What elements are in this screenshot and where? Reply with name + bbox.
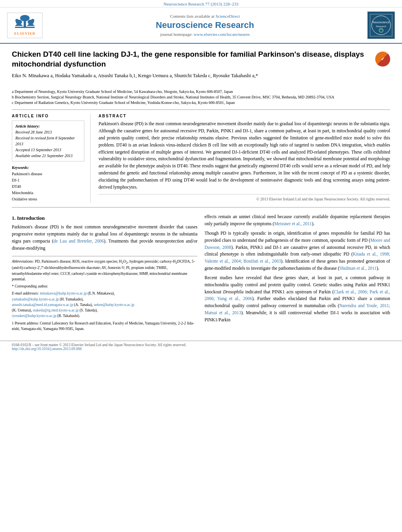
received-date: Received 28 June 2013 [15, 129, 81, 135]
page-wrapper: Neuroscience Research 77 (2013) 228–233 … [0, 0, 402, 532]
svg-point-6 [31, 19, 34, 22]
copyright-line: © 2013 Elsevier Ireland Ltd and the Japa… [99, 194, 390, 201]
right-para2: Though PD is typically sporadic in origi… [205, 230, 390, 272]
article-title-text: Chicken DT40 cell line lacking DJ-1, the… [12, 50, 369, 81]
keyword-2: DJ-1 [12, 177, 84, 184]
right-col: effects remain an unmet clinical need be… [205, 213, 390, 332]
issn-text: 0168-0102/$ – see front matter © 2013 El… [12, 343, 390, 347]
cite-narendra[interactable]: Narendra and Youle, 2011; Matsui et al.,… [205, 303, 390, 315]
abstract-col: ABSTRACT Parkinson's disease (PD) is the… [99, 114, 390, 202]
keyword-1: Parkinson's disease [12, 171, 84, 177]
journal-homepage: journal homepage: www.elsevier.com/locat… [47, 32, 363, 37]
right-para3: Recent studies have revealed that these … [205, 274, 390, 324]
available-date: Available online 21 September 2013 [15, 153, 81, 159]
intro-para1: Parkinson's disease (PD) is the most com… [12, 224, 197, 252]
homepage-link[interactable]: www.elsevier.com/locate/neures [194, 32, 249, 37]
sciencedirect-line: Contents lists available at ScienceDirec… [47, 14, 363, 19]
article-history-box: Article history: Received 28 June 2013 R… [12, 120, 84, 161]
svg-point-10 [379, 28, 383, 32]
sciencedirect-link[interactable]: ScienceDirect [216, 14, 240, 19]
authors: Eiko N. Minakawa a, Hodaka Yamakado a, A… [12, 73, 369, 79]
keywords-label: Keywords: [12, 165, 84, 171]
keywords-box: Keywords: Parkinson's disease DJ-1 DT40 … [12, 165, 84, 202]
article-body: Chicken DT40 cell line lacking DJ-1, the… [0, 44, 402, 337]
cite-kitada[interactable]: Kitada et al., 1998; Valente et al., 200… [205, 252, 390, 263]
journal-reference: Neuroscience Research 77 (2013) 228–233 [164, 2, 238, 6]
journal-logo-right: Neuroscience Research [367, 11, 395, 39]
received-revised-date: Received in revised form 8 September 201… [15, 135, 81, 147]
article-title: Chicken DT40 cell line lacking DJ-1, the… [12, 50, 369, 69]
bottom-bar: 0168-0102/$ – see front matter © 2013 El… [0, 341, 402, 353]
doi-link[interactable]: http://dx.doi.org/10.1016/j.neures.2013.… [12, 347, 82, 351]
svg-text:Neuroscience: Neuroscience [372, 21, 389, 24]
left-col: 1. Introduction Parkinson's disease (PD)… [12, 213, 197, 332]
journal-center: Contents lists available at ScienceDirec… [47, 14, 363, 37]
keyword-5: Oxidative stress [12, 196, 84, 202]
email-ueken[interactable]: ueken@kuhp.kyoto-u.ac.jp [94, 303, 134, 307]
abstract-text: Parkinson's disease (PD) is the most com… [99, 120, 390, 191]
cite-de-lau[interactable]: de Lau and Breteler, 2006 [54, 239, 104, 243]
accepted-date: Accepted 13 September 2013 [15, 147, 81, 153]
affiliation-b: b Biochemistry Section, Surgical Neurolo… [12, 95, 390, 100]
email-section: E-mail addresses: minakawa@kuhp.kyoto-u.… [12, 291, 197, 319]
doi-text: http://dx.doi.org/10.1016/j.neures.2013.… [12, 347, 390, 351]
intro-heading: 1. Introduction [12, 215, 197, 221]
cite-moore[interactable]: Moore and Dawson, 2008 [205, 238, 390, 250]
abbreviations-text: Abbreviations: PD, Parkinson's disease; … [12, 259, 197, 282]
main-content: 1. Introduction Parkinson's disease (PD)… [12, 211, 390, 332]
journal-header: ELSEVIER Contents lists available at Sci… [0, 7, 402, 44]
keyword-3: DT40 [12, 184, 84, 190]
keyword-4: Mitochondria [12, 190, 84, 196]
svg-point-5 [15, 19, 19, 22]
elsevier-logo: ELSEVIER [7, 13, 43, 38]
email-yamakado[interactable]: yamakado@kuhp.kyoto-u.ac.jp [12, 297, 59, 301]
email-tanaka[interactable]: atsushi.tanaka@med.id.yamagata-u.ac.jp [12, 303, 73, 307]
svg-point-2 [20, 15, 30, 21]
top-bar: Neuroscience Research 77 (2013) 228–233 [0, 0, 402, 7]
elsevier-label: ELSEVIER [14, 32, 35, 35]
article-info-heading: ARTICLE INFO [12, 114, 84, 118]
divider-2 [12, 207, 390, 208]
cite-shulman[interactable]: Shulman et al., 2011 [339, 266, 376, 271]
journal-title: Neuroscience Research [47, 20, 363, 30]
affiliation-a: a Department of Neurology, Kyoto Univers… [12, 89, 390, 95]
journal-logo-box: Neuroscience Research [367, 11, 395, 39]
cite-meissner[interactable]: Meissner et al., 2011 [274, 221, 312, 226]
svg-rect-0 [15, 27, 35, 28]
affiliation-c: c Department of Radiation Genetics, Kyot… [12, 100, 390, 106]
email-ryosuket[interactable]: ryosuket@kuhp.kyoto-u.ac.jp [12, 314, 56, 318]
affiliations: a Department of Neurology, Kyoto Univers… [12, 89, 390, 106]
abstract-heading: ABSTRACT [99, 114, 390, 118]
journal-logo-icon: Neuroscience Research [370, 15, 392, 36]
email-stakeda[interactable]: stakeda@rg.med.kyoto-u.ac.jp [33, 308, 78, 312]
corresponding-text: * Corresponding author. [12, 284, 197, 289]
crossmark-badge: ✓ [375, 52, 390, 67]
right-para1: effects remain an unmet clinical need be… [205, 213, 390, 228]
elsevier-tree-icon [13, 15, 37, 31]
info-abstract-section: ARTICLE INFO Article history: Received 2… [12, 114, 390, 202]
divider-1 [12, 109, 390, 110]
svg-point-7 [372, 16, 391, 35]
history-label: Article history: [15, 123, 81, 129]
footnote-box: Abbreviations: PD, Parkinson's disease; … [12, 256, 197, 332]
email-minakawa[interactable]: minakawa@kuhp.kyoto-u.ac.jp [40, 291, 87, 295]
svg-text:Research: Research [376, 25, 386, 28]
article-title-section: Chicken DT40 cell line lacking DJ-1, the… [12, 50, 390, 84]
present-address-text: 1 Present address: Central Laboratory fo… [12, 321, 197, 332]
article-info-col: ARTICLE INFO Article history: Received 2… [12, 114, 91, 202]
